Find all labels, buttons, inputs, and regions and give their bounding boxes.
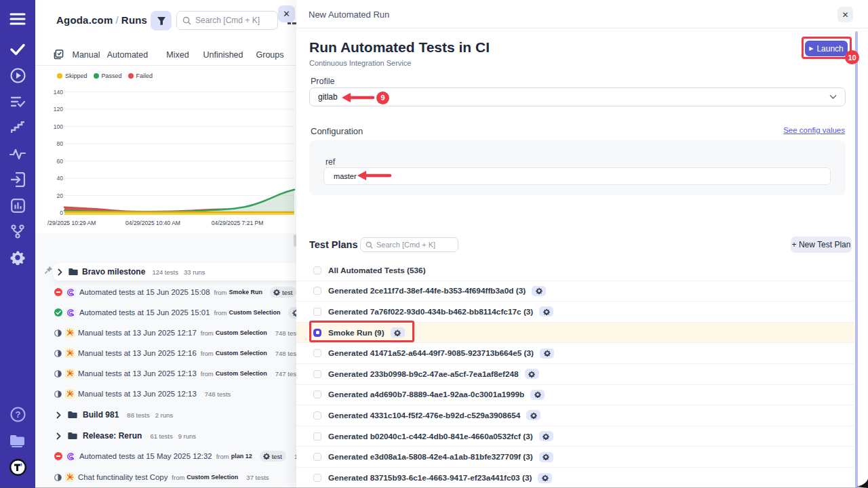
svg-text:40: 40: [57, 175, 64, 182]
svg-text:120: 120: [54, 106, 63, 113]
svg-text:/29/2025 10:29 AM: /29/2025 10:29 AM: [47, 220, 96, 226]
svg-text:?: ?: [15, 409, 20, 420]
svg-text:0: 0: [60, 209, 63, 216]
svg-text:100: 100: [54, 123, 63, 130]
svg-text:140: 140: [54, 89, 63, 96]
svg-text:04/29/2025 10:40 AM: 04/29/2025 10:40 AM: [125, 220, 180, 226]
svg-text:20: 20: [57, 192, 64, 199]
svg-text:04/29/2025 7:21 PM: 04/29/2025 7:21 PM: [212, 220, 264, 226]
svg-text:80: 80: [57, 140, 64, 147]
svg-text:60: 60: [57, 158, 64, 165]
